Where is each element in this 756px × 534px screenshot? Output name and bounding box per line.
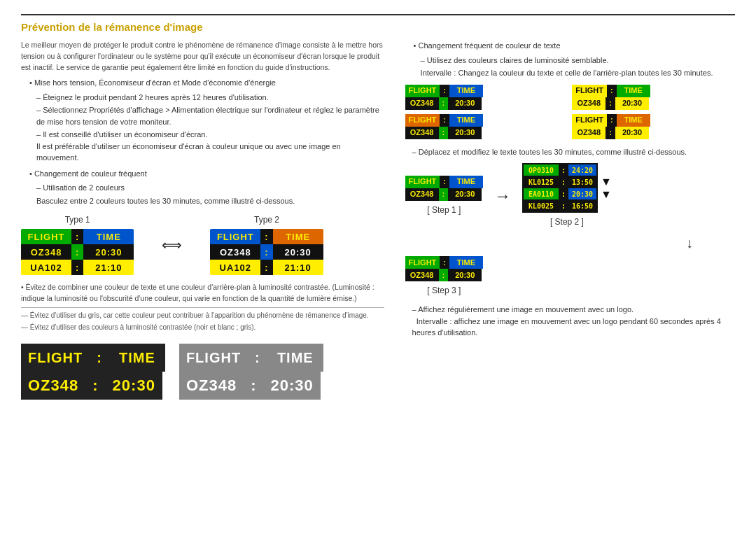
step1-flight: FLIGHT bbox=[405, 176, 440, 188]
large-gray-oz348: OZ348 bbox=[179, 372, 244, 400]
rp1-colon2: : bbox=[439, 97, 449, 110]
avoid-note-1: • Évitez de combiner une couleur de text… bbox=[21, 282, 384, 304]
type2-2030: 20:30 bbox=[273, 244, 323, 260]
large-gray-flight: FLIGHT bbox=[179, 344, 248, 372]
large-dark-time: TIME bbox=[109, 344, 165, 372]
type1-label: Type 1 bbox=[65, 213, 90, 226]
top-divider bbox=[21, 14, 735, 15]
step3-colon2: : bbox=[439, 269, 449, 281]
type1-row1: OZ348 : 20:30 bbox=[21, 244, 134, 260]
scroll-t-1: 24:20 bbox=[568, 164, 596, 176]
rp3-colon: : bbox=[440, 114, 449, 127]
scroll-panel: OP0310 : 24:20 KL0125 : 13:50 EA0110 bbox=[522, 163, 598, 213]
type2-row1: OZ348 : 20:30 bbox=[210, 244, 323, 260]
large-dark-colon2: : bbox=[85, 372, 105, 400]
step1-t: 20:30 bbox=[448, 188, 482, 201]
type2-ua102: UA102 bbox=[210, 260, 260, 275]
double-arrow: ⟺ bbox=[162, 234, 182, 255]
step1-label: [ Step 1 ] bbox=[427, 204, 461, 216]
note-2: Basculez entre 2 couleurs toutes les 30 … bbox=[36, 195, 384, 207]
scroll-c-2: : bbox=[559, 176, 568, 188]
intro-text: Le meilleur moyen de protéger le produit… bbox=[21, 40, 384, 73]
large-gray-colon1: : bbox=[248, 344, 267, 372]
type1-colon2: : bbox=[71, 244, 83, 260]
left-column: Le meilleur moyen de protéger le produit… bbox=[21, 40, 384, 400]
large-gray-header: FLIGHT : TIME bbox=[179, 344, 323, 372]
step3-label: [ Step 3 ] bbox=[427, 284, 461, 297]
type2-colon1: : bbox=[260, 229, 272, 244]
right-dash-1: Utilisez des couleurs claires de luminos… bbox=[421, 55, 735, 66]
type1-header: FLIGHT : TIME bbox=[21, 229, 134, 244]
step2-col: OP0310 : 24:20 KL0125 : 13:50 EA0110 bbox=[522, 163, 612, 228]
step3-t: 20:30 bbox=[448, 269, 482, 281]
right-bullet-1: Changement fréquent de couleur de texte bbox=[414, 40, 735, 52]
step3-colon: : bbox=[440, 256, 449, 269]
type1-panel: FLIGHT : TIME OZ348 : 20:30 UA102 : 21 bbox=[21, 229, 134, 275]
large-panels: FLIGHT : TIME OZ348 : 20:30 FLIGHT : TIM… bbox=[21, 344, 384, 400]
rp4-t: 20:30 bbox=[615, 127, 649, 139]
type1-colon3: : bbox=[71, 260, 83, 275]
rp2-colon2: : bbox=[606, 97, 615, 110]
bullet-1: Mise hors tension, Économiseur d'écran e… bbox=[29, 77, 384, 89]
large-dark-2030: 20:30 bbox=[106, 372, 162, 400]
step1-panel: FLIGHT : TIME OZ348 : 20:30 bbox=[405, 176, 483, 201]
rp4-time: TIME bbox=[617, 114, 650, 127]
rp3-flight: FLIGHT bbox=[405, 114, 440, 127]
step1-row: FLIGHT : TIME OZ348 : 20:30 [ Step 1 ] → bbox=[405, 163, 612, 228]
rp4-colon2: : bbox=[606, 127, 615, 139]
large-gray-2030: 20:30 bbox=[263, 372, 320, 400]
right-panel-1: FLIGHT : TIME OZ348 : 20:30 bbox=[405, 85, 568, 110]
scroll-c-3: : bbox=[559, 188, 568, 199]
step2-label: [ Step 2 ] bbox=[550, 216, 584, 228]
scroll-row-4: KL0025 : 16:50 bbox=[524, 200, 596, 211]
rp2-t: 20:30 bbox=[615, 97, 649, 110]
large-dark-data: OZ348 : 20:30 bbox=[21, 372, 165, 400]
scroll-t-2: 13:50 bbox=[568, 176, 596, 188]
dash-step-note: – Déplacez et modifiez le texte toutes l… bbox=[412, 146, 735, 158]
dash-1-1: Éteignez le produit pendant 2 heures apr… bbox=[36, 92, 384, 104]
rp2-oz: OZ348 bbox=[572, 97, 606, 110]
dash-2-1: Utilisation de 2 couleurs bbox=[36, 182, 384, 194]
rp2-flight: FLIGHT bbox=[572, 85, 607, 97]
type2-time-label: TIME bbox=[273, 229, 323, 244]
step1-time: TIME bbox=[449, 176, 483, 188]
step3-col: FLIGHT : TIME OZ348 : 20:30 [ Step 3 ] bbox=[405, 256, 483, 297]
scroll-row-1: OP0310 : 24:20 bbox=[524, 164, 596, 176]
right-panels-grid: FLIGHT : TIME OZ348 : 20:30 FLIGHT : TIM… bbox=[405, 85, 735, 139]
type2-oz348: OZ348 bbox=[210, 244, 260, 260]
rp1-t: 20:30 bbox=[448, 97, 482, 110]
type1-2030: 20:30 bbox=[83, 244, 134, 260]
arrow-down-2: ▼ bbox=[601, 188, 612, 201]
arrow-to-step3: ↓ bbox=[686, 232, 693, 253]
main-content: Le meilleur moyen de protéger le produit… bbox=[21, 40, 735, 400]
bullet-2: Changement de couleur fréquent bbox=[29, 168, 384, 180]
rp3-time: TIME bbox=[449, 114, 483, 127]
type2-colon3: : bbox=[260, 260, 272, 275]
scroll-c-4: : bbox=[559, 200, 568, 211]
type2-colon2: : bbox=[260, 244, 272, 260]
step3-time: TIME bbox=[449, 256, 483, 269]
scroll-row-3: EA0110 : 20:30 bbox=[524, 188, 596, 199]
scroll-id-4: KL0025 bbox=[524, 200, 559, 211]
rp2-time: TIME bbox=[617, 85, 650, 97]
down-arrow-step3: ↓ bbox=[405, 232, 735, 253]
large-panel-gray: FLIGHT : TIME OZ348 : 20:30 bbox=[179, 344, 323, 400]
right-column: Changement fréquent de couleur de texte … bbox=[405, 40, 735, 400]
type2-flight-label: FLIGHT bbox=[210, 229, 260, 244]
rp1-time: TIME bbox=[449, 85, 483, 97]
type1-block: Type 1 FLIGHT : TIME OZ348 : 20:30 bbox=[21, 213, 134, 275]
large-dark-header: FLIGHT : TIME bbox=[21, 344, 165, 372]
step-arrow-right: → bbox=[490, 183, 515, 209]
arrow-down-1: ▼ bbox=[601, 176, 612, 188]
rp3-t: 20:30 bbox=[448, 127, 482, 139]
large-dark-flight: FLIGHT bbox=[21, 344, 90, 372]
type1-time-label: TIME bbox=[83, 229, 134, 244]
large-gray-data: OZ348 : 20:30 bbox=[179, 372, 323, 400]
step1-oz: OZ348 bbox=[405, 188, 439, 201]
dash-1-3: Il est conseillé d'utiliser un économise… bbox=[36, 129, 384, 164]
type1-row2: UA102 : 21:10 bbox=[21, 260, 134, 275]
scroll-c-1: : bbox=[559, 164, 568, 176]
scroll-id-1: OP0310 bbox=[524, 164, 559, 176]
step3-flight: FLIGHT bbox=[405, 256, 440, 269]
types-area: Type 1 FLIGHT : TIME OZ348 : 20:30 bbox=[21, 213, 384, 275]
